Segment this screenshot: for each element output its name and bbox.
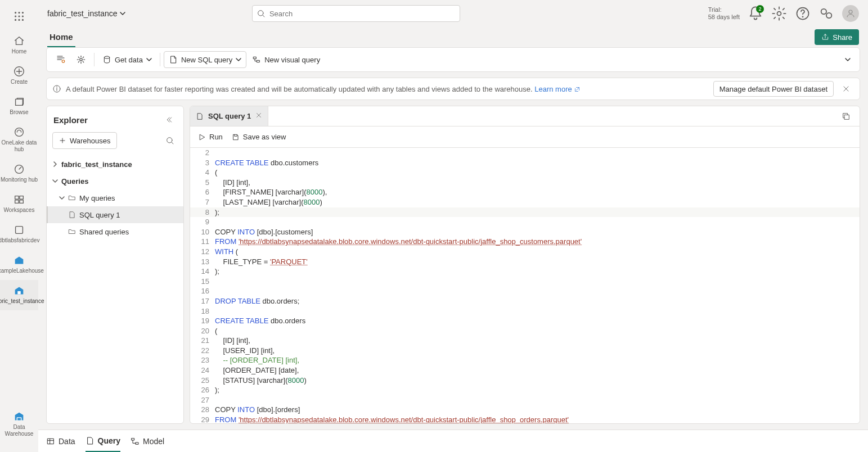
folder-icon <box>68 228 76 236</box>
external-link-icon <box>574 86 581 93</box>
svg-line-22 <box>263 15 264 17</box>
rail-item-create[interactable]: Create <box>0 61 38 91</box>
warehouse-icon <box>13 284 25 297</box>
code-line: 15 <box>190 277 860 287</box>
manage-dataset-button[interactable]: Manage default Power BI dataset <box>713 81 834 97</box>
refresh-icon <box>56 55 66 65</box>
chevron-down-icon <box>146 57 152 62</box>
search-icon <box>257 9 266 18</box>
tree-node-my-queries[interactable]: My queries <box>47 189 183 206</box>
learn-more-link[interactable]: Learn more <box>534 85 581 93</box>
code-line: 12WITH ( <box>190 247 860 257</box>
svg-rect-12 <box>16 99 23 105</box>
tree-node-sql-query-1[interactable]: SQL query 1 <box>47 206 183 223</box>
svg-point-30 <box>80 58 83 61</box>
svg-rect-16 <box>20 196 23 200</box>
code-line: 21 [ID] [int], <box>190 336 860 346</box>
toolbar-refresh[interactable] <box>51 51 70 69</box>
svg-point-5 <box>23 16 24 17</box>
data-warehouse-icon <box>13 410 25 423</box>
rail-item-onelake-data-hub[interactable]: OneLake data hub <box>0 121 38 159</box>
close-tab-button[interactable] <box>255 112 262 120</box>
svg-rect-32 <box>254 57 257 58</box>
chevron-down-icon <box>120 11 125 16</box>
breadcrumb[interactable]: fabric_test_instance <box>47 9 125 18</box>
copy-button[interactable] <box>838 109 854 124</box>
tree-node-instance[interactable]: fabric_test_instance <box>47 156 183 173</box>
editor-tab-sql-query-1[interactable]: SQL query 1 <box>190 106 268 126</box>
share-button[interactable]: Share <box>815 29 859 45</box>
code-line: 6 [FIRST_NAME] [varchar](8000), <box>190 187 860 197</box>
get-data-button[interactable]: Get data <box>98 51 156 69</box>
collapse-explorer-button[interactable] <box>161 112 177 128</box>
rail-data-warehouse[interactable]: Data Warehouse <box>0 406 38 443</box>
svg-point-31 <box>104 56 109 58</box>
tab-home[interactable]: Home <box>47 27 75 47</box>
footer-tab-data[interactable]: Data <box>46 430 75 452</box>
svg-rect-45 <box>844 115 849 119</box>
monitor-icon <box>13 163 25 175</box>
code-line: 11FROM 'https://dbtlabsynapsedatalake.bl… <box>190 237 860 247</box>
code-line: 3CREATE TABLE dbo.customers <box>190 158 860 168</box>
sql-file-icon <box>68 211 76 219</box>
caret-right-icon <box>52 161 58 167</box>
app-launcher-icon[interactable] <box>0 8 38 30</box>
feedback-icon <box>818 6 834 21</box>
footer-tabs: Data Query Model <box>38 430 868 452</box>
footer-tab-model[interactable]: Model <box>131 430 164 452</box>
rail-item-browse[interactable]: Browse <box>0 91 38 121</box>
svg-point-29 <box>62 60 65 63</box>
rail-item-fabric-test-instance[interactable]: fabric_test_instance <box>0 280 38 310</box>
help-button[interactable] <box>795 6 811 21</box>
rail-item-monitoring-hub[interactable]: Monitoring hub <box>0 159 38 189</box>
tree-node-shared-queries[interactable]: Shared queries <box>47 223 183 240</box>
save-as-view-button[interactable]: Save as view <box>232 133 286 141</box>
help-icon <box>795 6 811 21</box>
run-button[interactable]: Run <box>198 133 223 141</box>
search-input[interactable] <box>252 5 460 22</box>
gear-icon <box>771 6 787 21</box>
code-editor[interactable]: 2 3CREATE TABLE dbo.customers4(5 [ID] [i… <box>190 148 860 423</box>
notifications-button[interactable]: 2 <box>748 6 763 21</box>
rail-item-dbtlabsfabricdev[interactable]: dbtlabsfabricdev <box>0 219 38 250</box>
code-line: 5 [ID] [int], <box>190 178 860 188</box>
svg-rect-15 <box>15 196 19 200</box>
workspaces-icon <box>13 193 25 206</box>
account-avatar[interactable] <box>842 5 859 22</box>
svg-rect-51 <box>136 442 138 444</box>
trial-status: Trial: 58 days left <box>708 6 740 21</box>
copy-icon <box>842 112 851 121</box>
search-box <box>252 5 460 22</box>
gear-icon <box>76 55 86 65</box>
toolbar-more[interactable] <box>840 51 855 69</box>
settings-button[interactable] <box>771 6 787 21</box>
sql-file-icon <box>196 112 204 120</box>
warehouses-button[interactable]: Warehouses <box>52 132 117 149</box>
code-line: 23 -- [ORDER_DATE] [int], <box>190 355 860 365</box>
info-text: A default Power BI dataset for faster re… <box>66 85 581 93</box>
work-area: Explorer Warehouses fabric_test_instance <box>46 106 860 424</box>
svg-rect-19 <box>16 227 23 234</box>
toolbar-settings[interactable] <box>71 51 91 69</box>
explorer-search-button[interactable] <box>162 133 178 148</box>
svg-point-25 <box>802 16 803 17</box>
feedback-button[interactable] <box>818 6 834 21</box>
new-sql-query-button[interactable]: New SQL query <box>164 51 246 68</box>
code-line: 28COPY INTO [dbo].[orders] <box>190 405 860 415</box>
info-icon <box>52 84 61 93</box>
query-icon <box>86 436 95 445</box>
svg-point-3 <box>15 16 16 17</box>
rail-item-workspaces[interactable]: Workspaces <box>0 189 38 219</box>
save-icon <box>232 133 240 141</box>
tree-node-queries[interactable]: Queries <box>47 173 183 189</box>
rail-item-examplelakehouse[interactable]: ExampleLakehouse <box>0 250 38 280</box>
chevron-left-icon <box>165 116 173 124</box>
footer-tab-query[interactable]: Query <box>86 430 120 452</box>
code-line: 4( <box>190 168 860 178</box>
new-visual-query-button[interactable]: New visual query <box>248 51 325 69</box>
editor-toolbar: Run Save as view <box>190 126 860 148</box>
ribbon-tabs: Home Share <box>38 27 868 47</box>
close-info-button[interactable] <box>838 81 854 97</box>
code-line: 14); <box>190 266 860 277</box>
rail-item-home[interactable]: Home <box>0 30 38 61</box>
